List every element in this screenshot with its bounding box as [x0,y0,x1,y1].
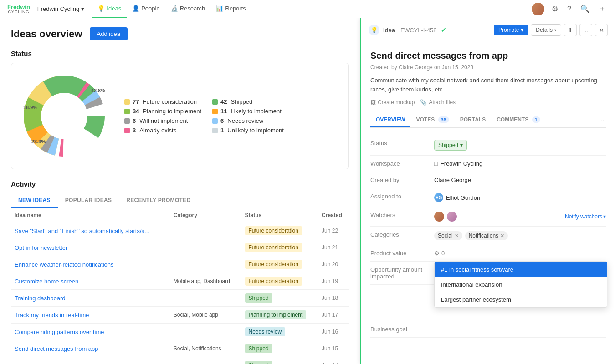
table-row: Send direct messages from app Social, No… [11,340,349,357]
idea-name-link[interactable]: Opt in for newsletter [15,244,67,251]
idea-name-link[interactable]: Training dashboard [15,295,66,302]
status-section: Status [11,50,349,169]
idea-name-link[interactable]: Compare riding patterns over time [15,329,104,335]
nav-item-reports[interactable]: 📊 Reports [210,0,251,18]
legend-dot-needs [212,118,218,124]
idea-date: Jun 22 [318,222,349,239]
tab-overview[interactable]: OVERVIEW [370,113,410,127]
legend-count-already: 3 [133,127,136,134]
status-content: 23.3% 18.9% 42.8% 77 Future consideratio… [19,71,341,162]
tabs-more-icon[interactable]: ··· [601,117,606,124]
idea-date: Jun 21 [318,239,349,256]
product-value-num: 0 [441,250,445,257]
categories-value: Social ✕ Notifications ✕ [434,231,606,240]
avatar-img [532,3,544,15]
legend-count-unlikely: 1 [220,127,224,134]
col-created: Created [318,208,349,222]
assignee-avatar: EG [434,193,443,202]
table-row: Save "Start" and "Finish" so automatical… [11,222,349,239]
activity-title: Activity [11,180,349,188]
dropdown-item-3[interactable]: Largest partner ecosystem [435,292,607,307]
legend-item-future: 77 Future consideration [124,98,201,105]
idea-date: Jun 20 [318,256,349,273]
attach-files-label: Attach files [429,99,456,106]
legend-item-shipped: 42 Shipped [212,98,289,105]
help-icon[interactable]: ? [565,3,573,15]
idea-name-link[interactable]: Save "Start" and "Finish" so automatical… [15,228,149,234]
workspace-selector[interactable]: Fredwin Cycling ▾ [34,4,88,14]
legend-item-likely: 11 Likely to implement [212,108,289,115]
idea-category [170,222,241,239]
legend-item-planning: 34 Planning to implement [124,108,201,115]
legend-item-unlikely: 1 Unlikely to implement [212,127,289,134]
people-nav-icon: 👤 [132,5,139,12]
add-icon[interactable]: ＋ [597,2,608,15]
product-value-display: ⚙ 0 [434,250,445,257]
created-by-value: Claire George [434,177,606,183]
nav-item-research[interactable]: 🔬 Research [165,0,211,18]
notify-watchers-button[interactable]: Notify watchers ▾ [565,213,606,220]
status-section-title: Status [11,50,349,57]
nav-item-ideas[interactable]: 💡 Ideas [92,0,127,18]
avatar[interactable] [532,3,544,15]
dropdown-item-1[interactable]: #1 in social fitness software [435,262,607,277]
watcher-avatar-1 [434,212,444,222]
share-button[interactable]: ⬆ [564,24,577,36]
tab-new-ideas[interactable]: NEW IDEAS [11,193,58,208]
nav-label-people: People [141,5,159,12]
promote-button[interactable]: Promote ▾ [494,25,528,35]
settings-icon[interactable]: ⚙ [550,3,560,15]
category-tag-social[interactable]: Social ✕ [434,231,462,240]
donut-label-top: 42.8% [91,88,105,93]
remove-social-icon[interactable]: ✕ [455,233,459,239]
nav-right: ⚙ ? 🔍 ＋ [532,2,608,15]
nav-label-research: Research [180,5,205,12]
tab-votes[interactable]: VOTES 36 [410,113,454,127]
idea-name-link[interactable]: Send direct messages from app [15,345,98,352]
status-select[interactable]: Shipped ▾ [434,140,467,151]
add-idea-button[interactable]: Add idea [90,27,128,40]
legend-label-already: Already exists [139,127,176,134]
attach-files-link[interactable]: 📎 Attach files [420,99,456,106]
tab-portals[interactable]: PORTALS [455,113,491,127]
field-categories: Categories Social ✕ Notifications ✕ [370,227,606,245]
table-row: Compare riding patterns over time Needs … [11,324,349,340]
legend-count-willnot: 6 [133,117,136,124]
product-value-value: ⚙ 0 [434,250,606,257]
tab-popular-ideas[interactable]: POPULAR IDEAS [58,193,119,208]
close-button[interactable]: ✕ [595,24,608,36]
details-button[interactable]: Details › [531,24,561,36]
tab-recently-promoted[interactable]: RECENTLY PROMOTED [119,193,198,208]
watcher-avatar-2 [447,212,457,222]
category-tag-notifications[interactable]: Notifications ✕ [465,231,508,240]
idea-name-link[interactable]: Customize home screen [15,278,78,285]
creator-name: Claire George [434,177,471,183]
search-icon[interactable]: 🔍 [579,3,591,15]
status-card: 23.3% 18.9% 42.8% 77 Future consideratio… [11,63,349,169]
legend-label-planning: Planning to implement [143,108,201,115]
assignee-name: Elliot Gordon [446,194,480,201]
mockup-icon: 🖼 [370,99,376,106]
legend-count-likely: 11 [220,108,227,115]
idea-name-link[interactable]: Track my friends in real-time [15,312,89,318]
legend-dot-willnot [124,118,130,124]
table-row: Enhance weather-related notifications Fu… [11,256,349,273]
dropdown-item-2[interactable]: International expansion [435,277,607,292]
table-row: Opt in for newsletter Future considerati… [11,239,349,256]
opportunity-dropdown[interactable]: #1 in social fitness software Internatio… [434,262,607,308]
legend-count-shipped: 42 [220,98,227,105]
create-mockup-label: Create mockup [378,99,415,106]
legend-item-willnot: 6 Will not implement [124,117,201,124]
legend-dot-future [124,99,130,105]
idea-name-link[interactable]: Remind me when to fuel during my ride [15,362,118,364]
remove-notifications-icon[interactable]: ✕ [500,233,504,239]
tab-comments[interactable]: COMMENTS 1 [491,113,545,127]
create-mockup-link[interactable]: 🖼 Create mockup [370,99,415,106]
idea-name-link[interactable]: Enhance weather-related notifications [15,261,114,268]
nav-item-people[interactable]: 👤 People [127,0,165,18]
more-button[interactable]: … [579,24,592,36]
legend-item-needs: 6 Needs review [212,117,289,124]
nav-separator [90,5,90,14]
status-badge: Future consideration [245,226,302,235]
legend-item-already: 3 Already exists [124,127,201,134]
